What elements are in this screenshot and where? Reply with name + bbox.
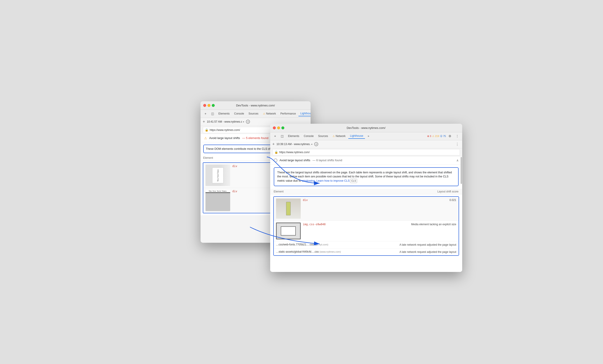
front-audit-circle-icon	[274, 159, 277, 162]
back-thumb-nyt-logo: New York Times	[212, 168, 223, 183]
front-col-score: Layout shift score	[437, 190, 458, 193]
front-dropdown-icon[interactable]: ▾	[311, 143, 313, 146]
inspect-icon[interactable]: ⌖	[202, 111, 209, 117]
front-resource-domain-2: (www.nytimes.com)	[320, 250, 341, 253]
front-close-button[interactable]	[273, 126, 276, 129]
front-inspect-icon[interactable]: ⌖	[272, 133, 278, 139]
front-content: Avoid large layout shifts — 6 layout shi…	[270, 156, 462, 272]
cls-badge: CLS	[350, 179, 357, 183]
front-element-block: div 0.021 img.css-o9w048 Media element l…	[273, 196, 459, 256]
minimize-button[interactable]	[208, 104, 210, 107]
front-resource-url-1: …css/web-fonts.7705b21….css (g1.nyt.com)	[276, 243, 328, 247]
front-scrollbar-thumb[interactable]	[461, 157, 462, 184]
front-resource-url-text-1: …css/web-fonts.7705b21….css	[276, 243, 314, 246]
new-tab-button-back[interactable]: +	[203, 120, 205, 124]
front-audit-collapse-icon[interactable]: ∧	[456, 159, 459, 162]
front-sub-description: Media element lacking an explicit size	[411, 223, 456, 226]
front-time: 10:39:13 AM - www.nytimes.	[277, 143, 310, 146]
front-sub-thumb	[276, 223, 301, 239]
front-thumb-1	[276, 198, 301, 219]
front-tab-network[interactable]: ⚠ Network	[331, 134, 348, 138]
back-thumb-2: The New York Times	[206, 190, 230, 211]
front-scrollbar[interactable]	[460, 156, 462, 272]
front-tab-console[interactable]: Console	[302, 134, 315, 138]
back-audit-title: Avoid large layout shifts	[209, 136, 240, 140]
front-warn-badge: ⚠ 219	[432, 135, 439, 138]
back-table-element-col: Element	[203, 156, 213, 159]
back-audit-count: — 5 elements found	[242, 136, 268, 140]
back-toolbar: ⌖ ◫ Elements Console Sources ⚠ Network P…	[200, 110, 311, 118]
front-table-headers: Element Layout shift score	[270, 189, 462, 194]
front-resource-desc-1: A late network request adjusted the page…	[400, 243, 456, 247]
front-devtools-window: DevTools - www.nytimes.com/ ⌖ ◫ Elements…	[270, 124, 462, 272]
front-maximize-button[interactable]	[281, 126, 284, 129]
front-row-1: div 0.021	[274, 197, 459, 221]
front-more-icon[interactable]: ⋮	[454, 133, 460, 139]
front-minimize-button[interactable]	[277, 126, 280, 129]
back-no-entry-icon[interactable]: ⊘	[246, 120, 250, 124]
back-lock-icon: 🔒	[205, 128, 209, 132]
front-lock-icon: 🔒	[274, 150, 278, 154]
front-resource-row-1: …css/web-fonts.7705b21….css (g1.nyt.com)…	[274, 241, 459, 249]
front-time-url: 10:39:13 AM - www.nytimes. ▾	[277, 143, 313, 146]
back-dropdown-icon[interactable]: ▾	[243, 121, 244, 123]
back-traffic-lights	[203, 104, 215, 107]
front-tab-lighthouse[interactable]: Lighthouse	[348, 133, 365, 139]
back-thumb-hp-header: The New York Times	[206, 190, 230, 193]
front-no-entry-icon[interactable]: ⊘	[314, 142, 318, 146]
front-settings-icon[interactable]: ⚙	[447, 133, 453, 139]
front-resource-url-2: …static-assets/global-f449cfd….css (www.…	[276, 250, 341, 254]
back-time-url: 10:41:57 AM - www.nytimes.c ▾	[207, 120, 244, 123]
front-resource-url-text-2: …static-assets/global-f449cfd….css	[276, 250, 319, 253]
close-button[interactable]	[203, 104, 206, 107]
improve-cls-link[interactable]: Learn how to improve CLS	[316, 179, 350, 182]
front-info-badge: 🛈 75	[440, 135, 446, 137]
front-device-icon[interactable]: ◫	[279, 133, 285, 139]
tab-lighthouse-back[interactable]: Lighthouse	[299, 111, 310, 116]
tab-performance-back[interactable]: Performance	[279, 111, 298, 116]
front-three-dots[interactable]: ⋮	[454, 142, 460, 147]
network-tab-label: Network	[266, 112, 276, 115]
front-network-label: Network	[336, 135, 346, 138]
front-audit-count: — 6 layout shifts found	[313, 159, 342, 162]
front-toolbar: ⌖ ◫ Elements Console Sources ⚠ Network L…	[270, 132, 462, 140]
back-audit-warn-icon: ⚠	[204, 136, 207, 140]
front-audit-header: Avoid large layout shifts — 6 layout shi…	[270, 156, 462, 165]
front-url-row: 🔒 https://www.nytimes.com/	[270, 148, 462, 156]
tab-console-back[interactable]: Console	[232, 111, 246, 116]
back-row-1-tag: div	[232, 165, 237, 168]
front-resource-domain-1: (g1.nyt.com)	[315, 243, 328, 246]
front-new-tab-button[interactable]: +	[272, 142, 275, 146]
front-tab-more[interactable]: »	[366, 134, 371, 138]
front-sub-row-1: img.css-o9w048 Media element lacking an …	[274, 221, 459, 241]
front-resource-desc-2: A late network request adjusted the page…	[400, 250, 456, 254]
back-thumb-hp-body	[206, 193, 230, 211]
front-col-element: Element	[274, 190, 284, 193]
front-traffic-lights	[273, 126, 284, 129]
front-error-badge: ⊗ 3	[427, 135, 431, 138]
tab-elements-back[interactable]: Elements	[217, 111, 232, 116]
front-tab-elements[interactable]: Elements	[286, 134, 301, 138]
front-resource-row-2: …static-assets/global-f449cfd….css (www.…	[274, 249, 459, 256]
front-info-text-dot: .	[315, 179, 316, 182]
network-warn-icon: ⚠	[263, 112, 265, 115]
tab-network-back[interactable]: ⚠ Network	[261, 111, 278, 116]
front-row-1-score: 0.021	[449, 198, 456, 202]
device-icon[interactable]: ◫	[209, 111, 216, 117]
front-audit-title: Avoid large layout shifts	[280, 159, 310, 162]
front-addressbar: + 10:39:13 AM - www.nytimes. ▾ ⊘ ⋮	[270, 140, 462, 148]
front-row-1-tag: div	[303, 198, 308, 202]
front-url: https://www.nytimes.com/	[279, 151, 310, 154]
front-sub-tag: img.css-o9w048	[303, 223, 326, 226]
maximize-button[interactable]	[212, 104, 215, 107]
back-thumb-1: New York Times	[206, 165, 230, 186]
back-url: https://www.nytimes.com/	[210, 128, 240, 132]
front-network-warn-icon: ⚠	[333, 135, 335, 138]
tab-sources-back[interactable]: Sources	[247, 111, 260, 116]
scene: DevTools - www.nytimes.com/ ⌖ ◫ Elements…	[200, 101, 403, 263]
front-titlebar: DevTools - www.nytimes.com/	[270, 124, 462, 132]
front-urlbar: 🔒 https://www.nytimes.com/	[272, 149, 460, 155]
back-time: 10:41:57 AM - www.nytimes.c	[207, 120, 242, 123]
front-tab-sources[interactable]: Sources	[316, 134, 330, 138]
windowing-link[interactable]: windowing	[302, 179, 315, 182]
